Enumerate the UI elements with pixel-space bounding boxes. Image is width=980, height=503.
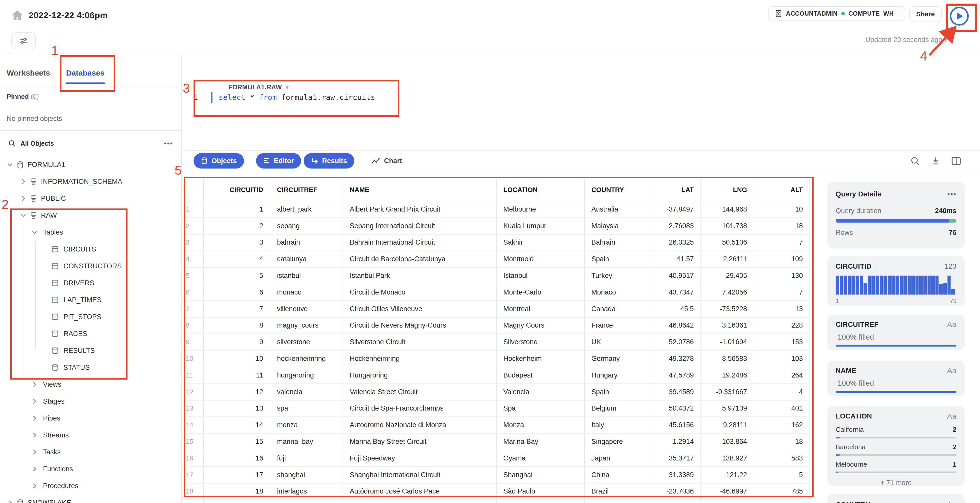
tree-item-label: Stages <box>43 398 65 406</box>
context-caret-icon: ▾ <box>286 84 288 91</box>
histogram-bar <box>860 275 863 294</box>
home-button[interactable] <box>9 7 25 24</box>
annotation-arrow <box>919 22 975 64</box>
sidebar-tab-databases[interactable]: Databases <box>66 68 105 77</box>
chevron-right-icon[interactable] <box>32 398 37 404</box>
table-row[interactable]: 99silverstoneSilverstone CircuitSilverst… <box>181 334 811 350</box>
split-panel-button[interactable] <box>951 156 961 166</box>
chevron-right-icon[interactable] <box>32 432 37 438</box>
table-row[interactable]: 1515marina_bayMarina Bay Street CircuitM… <box>181 434 811 450</box>
chevron-right-icon[interactable] <box>32 382 37 387</box>
tree-item-label: Streams <box>43 431 69 439</box>
chevron-right-icon[interactable] <box>7 500 13 503</box>
table-icon <box>51 330 59 337</box>
snowsight-worksheet-app: 2022-12-22 4:06pm ▾ ACCOUNTADMIN COMPUTE… <box>0 0 980 503</box>
circuitid-histogram[interactable] <box>835 275 956 295</box>
column-header-circuitid[interactable]: CIRCUITID <box>204 179 270 201</box>
tab-chart[interactable]: Chart <box>372 153 402 169</box>
column-header-lng[interactable]: LNG <box>701 179 754 201</box>
table-row[interactable]: 1111hungaroringHungaroringBudapestHungar… <box>181 367 811 384</box>
tab-results[interactable]: Results <box>304 153 354 169</box>
chevron-down-icon[interactable] <box>7 162 13 167</box>
all-objects-label: All Objects <box>21 140 159 147</box>
table-row[interactable]: 1717shanghaiShanghai International Circu… <box>181 467 811 484</box>
chevron-right-icon[interactable] <box>21 196 26 201</box>
column-header-name[interactable]: NAME <box>343 179 496 201</box>
table-row[interactable]: 33bahrainBahrain International CircuitSa… <box>181 235 811 251</box>
table-cell: 29.405 <box>701 267 754 284</box>
table-cell: 10 <box>754 201 810 217</box>
results-table[interactable]: CIRCUITIDCIRCUITREFNAMELOCATIONCOUNTRYLA… <box>181 179 811 503</box>
table-row[interactable]: 55istanbulIstanbul ParkIstanbulTurkey40.… <box>181 267 811 284</box>
sliders-icon <box>18 36 29 45</box>
database-icon <box>16 161 24 169</box>
table-row[interactable]: 66monacoCircuit de MonacoMonte-CarloMona… <box>181 284 811 301</box>
table-row[interactable]: 77villeneuveCircuit Gilles VilleneuveMon… <box>181 301 811 318</box>
location-stats-card: LOCATION Aa California2Barcelona2Melbour… <box>827 406 965 485</box>
table-cell: hungaroring <box>270 367 343 384</box>
download-results-button[interactable] <box>931 156 940 166</box>
table-cell: Valencia Street Circuit <box>343 384 496 400</box>
table-row[interactable]: 1919indianapolisIndianapolis Motor Speed… <box>181 500 811 503</box>
chevron-right-icon[interactable] <box>21 179 26 185</box>
tab-objects[interactable]: Objects <box>194 153 244 169</box>
row-number: 10 <box>181 350 204 367</box>
column-header-lat[interactable]: LAT <box>651 179 701 201</box>
column-header-circuitref[interactable]: CIRCUITREF <box>270 179 343 201</box>
table-row[interactable]: 1212valenciaValencia Street CircuitValen… <box>181 384 811 401</box>
table-row[interactable]: 44catalunyaCircuit de Barcelona-Cataluny… <box>181 251 811 267</box>
column-header-location[interactable]: LOCATION <box>496 179 585 201</box>
sql-editor-line[interactable]: 1 select * from formula1.raw.circuits <box>194 91 375 103</box>
search-icon <box>911 156 920 166</box>
table-row[interactable]: 1818interlagosAutódromo José Carlos Pace… <box>181 484 811 500</box>
tree-item-label: Views <box>43 380 62 388</box>
stat-bar <box>835 454 956 456</box>
search-results-button[interactable] <box>910 156 920 166</box>
table-row[interactable]: 1616fujiFuji SpeedwayOyamaJapan35.371713… <box>181 450 811 467</box>
share-button[interactable]: Share <box>909 6 942 22</box>
text-type-badge: Aa <box>947 366 956 375</box>
tree-item-label: STATUS <box>64 364 90 372</box>
table-row[interactable]: 88magny_coursCircuit de Nevers Magny-Cou… <box>181 318 811 334</box>
title-caret-icon[interactable]: ▾ <box>102 13 105 19</box>
query-details-menu-button[interactable]: ••• <box>948 190 956 198</box>
table-row[interactable]: 1313spaCircuit de Spa-FrancorchampsSpaBe… <box>181 401 811 417</box>
chevron-down-icon[interactable] <box>32 229 37 235</box>
chevron-right-icon[interactable] <box>32 466 37 472</box>
column-header-alt[interactable]: ALT <box>754 179 810 201</box>
table-cell: 12 <box>204 384 270 400</box>
more-values-label[interactable]: + 71 more <box>835 479 956 487</box>
column-title: COUNTRY <box>835 501 870 503</box>
table-cell: villeneuve <box>270 301 343 317</box>
table-cell: 17 <box>204 467 270 483</box>
chevron-down-icon[interactable] <box>21 213 26 218</box>
table-cell: 9.28111 <box>701 417 754 433</box>
table-cell: 18 <box>754 218 810 234</box>
table-row[interactable]: 11albert_parkAlbert Park Grand Prix Circ… <box>181 201 811 218</box>
histogram-bar <box>864 283 867 294</box>
filters-button[interactable] <box>11 32 36 49</box>
column-header-country[interactable]: COUNTRY <box>585 179 651 201</box>
query-details-title: Query Details <box>835 190 881 198</box>
object-search[interactable]: All Objects ••• <box>0 136 181 151</box>
stat-label: California <box>835 426 864 434</box>
column-title: NAME <box>835 367 856 375</box>
sidebar-tab-worksheets[interactable]: Worksheets <box>6 68 50 77</box>
table-cell: USA <box>585 500 651 503</box>
table-cell: interlagos <box>270 484 343 500</box>
chevron-right-icon[interactable] <box>32 415 37 421</box>
table-cell: Monza <box>496 417 585 433</box>
worksheet-context-tab[interactable]: FORMULA1.RAW ▾ <box>228 83 288 91</box>
table-row[interactable]: 1010hockenheimringHockenheimringHockenhe… <box>181 350 811 367</box>
chevron-right-icon[interactable] <box>32 449 37 455</box>
objects-menu-button[interactable]: ••• <box>164 139 173 148</box>
table-row[interactable]: 1414monzaAutodromo Nazionale di MonzaMon… <box>181 417 811 434</box>
tree-item-label: RAW <box>41 212 57 220</box>
table-cell: Circuit de Nevers Magny-Cours <box>343 318 496 334</box>
row-number: 13 <box>181 401 204 417</box>
tab-editor[interactable]: Editor <box>256 153 301 169</box>
context-selector[interactable]: ACCOUNTADMIN COMPUTE_WH <box>768 6 905 21</box>
table-row[interactable]: 22sepangSepang International CircuitKual… <box>181 218 811 235</box>
filled-label: 100% filled <box>838 379 956 387</box>
chevron-right-icon[interactable] <box>32 483 37 489</box>
